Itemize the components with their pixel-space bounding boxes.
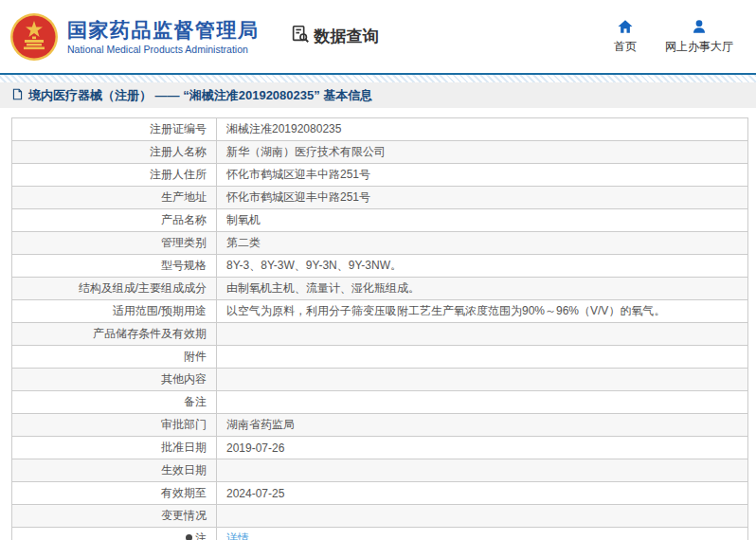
table-row: 适用范围/预期用途以空气为原料，利用分子筛变压吸附工艺生产氧浓度范围为90%～9… <box>12 300 748 323</box>
row-label: 生效日期 <box>12 459 217 482</box>
row-label: 其他内容 <box>12 369 217 391</box>
row-label: 管理类别 <box>12 232 217 255</box>
nav-online-hall-label: 网上办事大厅 <box>665 39 733 55</box>
page-title: 境内医疗器械（注册） —— “湘械注准20192080235” 基本信息 <box>28 87 372 104</box>
detail-link[interactable]: 详情 <box>226 531 249 540</box>
row-label: 批准日期 <box>12 437 217 459</box>
row-value <box>217 369 748 391</box>
table-row: 审批部门湖南省药监局 <box>12 414 748 437</box>
site-title-en: National Medical Products Administration <box>67 44 260 55</box>
table-row: 型号规格8Y-3、8Y-3W、9Y-3N、9Y-3NW。 <box>12 255 748 278</box>
row-value: 详情 <box>217 528 748 540</box>
table-row: 备注 <box>12 391 748 414</box>
row-label: 结构及组成/主要组成成分 <box>12 278 217 300</box>
info-table-body: 注册证编号湘械注准20192080235注册人名称新华（湖南）医疗技术有限公司注… <box>12 118 748 540</box>
row-value: 由制氧机主机、流量计、湿化瓶组成。 <box>217 278 748 300</box>
row-label: 变更情况 <box>12 505 217 528</box>
row-label: 型号规格 <box>12 255 217 278</box>
table-row: 注册证编号湘械注准20192080235 <box>12 118 748 141</box>
row-value: 2024-07-25 <box>217 482 748 505</box>
row-label: 注 <box>12 528 217 540</box>
data-query-label: 数据查询 <box>315 26 379 47</box>
logo-text: 国家药品监督管理局 National Medical Products Admi… <box>67 18 260 55</box>
row-label: 产品储存条件及有效期 <box>12 323 217 346</box>
national-emblem-icon <box>9 12 59 62</box>
row-value: 新华（湖南）医疗技术有限公司 <box>217 141 748 164</box>
row-value: 制氧机 <box>217 209 748 232</box>
row-value: 湖南省药监局 <box>217 414 748 437</box>
row-value <box>217 505 748 528</box>
doc-search-icon <box>290 24 311 49</box>
row-value <box>217 391 748 414</box>
row-value <box>217 459 748 482</box>
row-value: 湘械注准20192080235 <box>217 118 748 141</box>
info-table-wrap: 注册证编号湘械注准20192080235注册人名称新华（湖南）医疗技术有限公司注… <box>11 117 745 540</box>
nav-home[interactable]: 首页 <box>614 18 637 55</box>
table-row: 注册人住所怀化市鹤城区迎丰中路251号 <box>12 164 748 187</box>
site-title-cn: 国家药品监督管理局 <box>67 18 260 42</box>
row-label: 产品名称 <box>12 209 217 232</box>
table-row: 产品储存条件及有效期 <box>12 323 748 346</box>
row-value: 第二类 <box>217 232 748 255</box>
table-row: 批准日期2019-07-26 <box>12 437 748 459</box>
table-row: 产品名称制氧机 <box>12 209 748 232</box>
table-row: 注详情 <box>12 528 748 540</box>
row-value: 8Y-3、8Y-3W、9Y-3N、9Y-3NW。 <box>217 255 748 278</box>
bulb-icon <box>186 534 192 540</box>
row-label: 注册人住所 <box>12 164 217 187</box>
table-row: 变更情况 <box>12 505 748 528</box>
row-label: 审批部门 <box>12 414 217 437</box>
row-label: 附件 <box>12 346 217 369</box>
table-row: 注册人名称新华（湖南）医疗技术有限公司 <box>12 141 748 164</box>
row-label: 注册人名称 <box>12 141 217 164</box>
row-value <box>217 323 748 346</box>
table-row: 有效期至2024-07-25 <box>12 482 748 505</box>
row-value: 怀化市鹤城区迎丰中路251号 <box>217 164 748 187</box>
info-table: 注册证编号湘械注准20192080235注册人名称新华（湖南）医疗技术有限公司注… <box>11 117 748 540</box>
row-label: 生产地址 <box>12 187 217 209</box>
table-row: 管理类别第二类 <box>12 232 748 255</box>
site-header: 国家药品监督管理局 National Medical Products Admi… <box>0 0 756 73</box>
table-row: 结构及组成/主要组成成分由制氧机主机、流量计、湿化瓶组成。 <box>12 278 748 300</box>
row-value: 2019-07-26 <box>217 437 748 459</box>
table-row: 其他内容 <box>12 369 748 391</box>
header-nav: 首页 网上办事大厅 <box>614 18 743 55</box>
data-query-tab[interactable]: 数据查询 <box>290 24 379 49</box>
site-logo[interactable]: 国家药品监督管理局 National Medical Products Admi… <box>9 12 260 62</box>
document-icon <box>11 88 24 103</box>
nav-online-hall[interactable]: 网上办事大厅 <box>665 18 733 55</box>
row-value: 以空气为原料，利用分子筛变压吸附工艺生产氧浓度范围为90%～96%（V/V）的氧… <box>217 300 748 323</box>
hatch-strip <box>0 75 756 82</box>
row-label: 备注 <box>12 391 217 414</box>
home-icon <box>617 18 634 35</box>
nav-home-label: 首页 <box>614 39 637 55</box>
table-row: 附件 <box>12 346 748 369</box>
user-icon <box>691 18 708 35</box>
table-row: 生效日期 <box>12 459 748 482</box>
row-value <box>217 346 748 369</box>
row-label: 适用范围/预期用途 <box>12 300 217 323</box>
row-label: 注册证编号 <box>12 118 217 141</box>
row-label: 有效期至 <box>12 482 217 505</box>
page-title-bar: 境内医疗器械（注册） —— “湘械注准20192080235” 基本信息 <box>0 82 756 108</box>
row-value: 怀化市鹤城区迎丰中路251号 <box>217 187 748 209</box>
table-row: 生产地址怀化市鹤城区迎丰中路251号 <box>12 187 748 209</box>
